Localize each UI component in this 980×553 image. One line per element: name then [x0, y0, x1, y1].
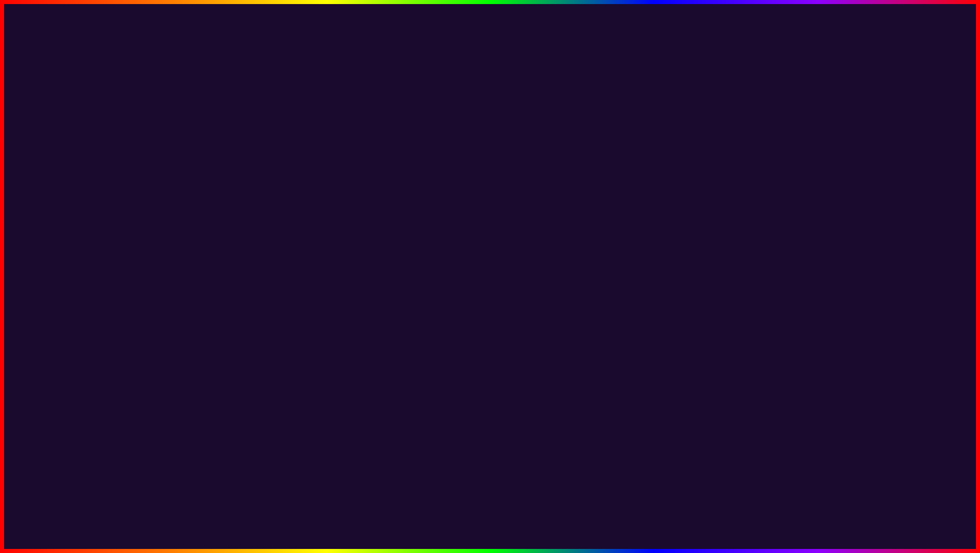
auto-click-row: Auto Click [105, 229, 286, 247]
auto-farm-header: Auto Farm ∨ [105, 218, 286, 225]
platinium-title: Platinium - Anime Warriors Simulator 2 -… [114, 154, 252, 161]
bottom-script: SCRIPT [502, 502, 632, 542]
auto-farm-nearest-toggle[interactable] [623, 211, 640, 220]
chevron-down-icon-3: ∨ [630, 192, 635, 199]
chevron-down-icon: ∨ [159, 172, 163, 178]
avatar: g [382, 154, 397, 168]
refresh-mobs-label: Refresh Mobs List [105, 202, 156, 209]
shitty-toggle[interactable] [623, 225, 640, 234]
jumble-auto-collect-knob [494, 265, 499, 273]
title-2: 2 [616, 58, 643, 109]
jumble-auto-collect-label: Auto Collect [348, 266, 387, 273]
tab-movement[interactable]: Movement [376, 229, 416, 241]
jumble-auto-farm-knob [494, 281, 499, 289]
jumble-maxhp-label: MaxHP [348, 292, 500, 309]
tab-farming[interactable]: Farming [342, 229, 376, 241]
jumble-content: Auto Click Auto Collect Auto Farm MaxHP … [342, 241, 506, 334]
jumble-auto-collect-bar[interactable] [429, 264, 500, 274]
char-images: LVL 1 LVL 999 [795, 431, 939, 502]
menu-icon[interactable]: ☰ [103, 152, 110, 162]
platinium-content: Auto Farm Settings ∨ Mobs List Troop ∧ R… [98, 166, 293, 323]
search-icon[interactable]: 🔍 [258, 153, 266, 161]
auto-farm-selected-mobs-label: Auto Farm Selected Mobs [105, 287, 179, 294]
auto-click-toggle[interactable] [268, 233, 286, 242]
jumble-auto-collect-bar-fill [429, 264, 494, 274]
mobs-list-value: Troop ∧ [264, 186, 286, 193]
auto-farm-current-world-label: Auto Farm Current World [105, 269, 176, 276]
minimize-icon[interactable]: − [626, 157, 631, 166]
refresh-mobs-row: Refresh Mobs List button [105, 198, 286, 214]
bottom-pastebin: PASTEBIN [642, 502, 819, 542]
sidebar-item-eggs[interactable]: #Eggs [377, 191, 443, 206]
title-anime: ANIME WARRIORS [0, 5, 980, 66]
jumble-auto-click-bar[interactable] [429, 249, 500, 259]
title-simulator: SIMULATOR [337, 58, 614, 109]
bottom-auto-farm: AUTO FARM [161, 483, 492, 546]
auto-farm-settings-header: Auto Farm Settings ∨ [105, 171, 286, 178]
jumble-auto-farm-label: Auto Farm [348, 281, 381, 289]
upd-titlebar: g gui # Farm − ✕ [377, 151, 648, 172]
char-card-lvl999: LVL 999 [868, 431, 939, 502]
sidebar-item-farm[interactable]: #Farm [377, 176, 443, 191]
auto-farm-selected-mobs-row: Auto Farm Selected Mobs [105, 282, 286, 300]
auto-collect-coins-row: Auto Collect Coins [105, 247, 286, 264]
auto-farm-selected-mobs-no-teleport-row: Auto Farm Selected Mobs No Teleport [105, 300, 286, 318]
char-body-green [815, 452, 846, 492]
jumble-auto-collect-row: Auto Collect [348, 262, 500, 277]
title-row2: SIMULATOR 2 [0, 61, 980, 107]
jumble-auto-click-row: Auto Click [348, 247, 500, 262]
char-body-blue [884, 446, 924, 492]
upd-section-label: # Farm [598, 158, 620, 165]
pick-way-label: Pick Way for farm [451, 178, 640, 184]
auto-farm-no-teleport-toggle[interactable] [268, 304, 286, 313]
upd-close-icon[interactable]: ✕ [637, 157, 643, 166]
jumble-auto-farm-bar[interactable] [429, 280, 500, 290]
jumble-maxhp-desc: You can input a bigger number such as 99… [348, 309, 500, 329]
jumble-auto-farm-bar-fill [429, 280, 494, 290]
jumble-auto-click-bar-fill [429, 249, 494, 259]
pick-way-dropdown[interactable]: Moving ∨ [451, 188, 640, 202]
jumble-titlebar: JumbleScripts.com [342, 215, 506, 229]
tab-ui-settings[interactable]: UI Settings [416, 229, 457, 241]
vements-toggle[interactable] [623, 254, 640, 262]
jumble-auto-click-knob [494, 250, 499, 258]
auto-farm-no-teleport-label: Auto Farm Selected Mobs No Teleport [105, 305, 213, 312]
title-area: ANIME WARRIORS SIMULATOR 2 [0, 5, 980, 107]
auto-farm-current-world-row: Auto Farm Current World [105, 264, 286, 282]
auto-farm-selected-mobs-toggle[interactable] [268, 286, 286, 295]
refresh-button-label[interactable]: button [270, 202, 286, 209]
platinium-titlebar: ☰ Platinium - Anime Warriors Simulator 2… [98, 149, 293, 166]
auto-collect-coins-toggle[interactable] [268, 251, 286, 260]
close-icon[interactable]: ✕ [282, 153, 288, 161]
jumble-title: JumbleScripts.com [394, 218, 454, 225]
drop-shitty-toggle[interactable] [623, 239, 640, 248]
lvl1-badge: LVL 1 [798, 434, 821, 443]
jumble-auto-click-label: Auto Click [348, 251, 380, 258]
auto-click-label: Auto Click [105, 234, 134, 241]
mobs-list-row: Mobs List Troop ∧ [105, 182, 286, 198]
char-card-lvl1: LVL 1 [795, 431, 866, 502]
chevron-down-icon-2: ∨ [136, 219, 139, 224]
window-jumble: JumbleScripts.com Farming Movement UI Se… [340, 213, 508, 336]
chevron-up-icon: ∧ [281, 186, 286, 193]
window-platinium: ☰ Platinium - Anime Warriors Simulator 2… [96, 147, 295, 324]
copy-icon[interactable]: ⧉ [272, 153, 277, 161]
mobs-list-label: Mobs List [105, 186, 133, 193]
jumble-auto-farm-row: Auto Farm [348, 277, 500, 292]
upd-gui-label: gui [401, 158, 594, 165]
auto-collect-coins-label: Auto Collect Coins [105, 252, 157, 259]
auto-farm-current-world-toggle[interactable] [268, 268, 286, 278]
jumble-tabs: Farming Movement UI Settings [342, 229, 506, 241]
